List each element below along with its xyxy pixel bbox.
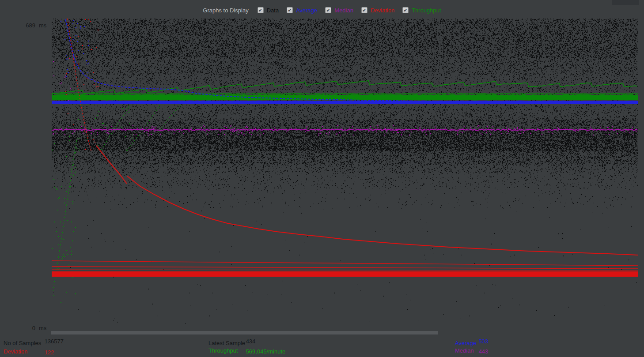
latest-sample-label: Latest Sample [208, 340, 244, 346]
average-value: 503 [479, 338, 489, 345]
graphs-to-display-bar: Graphs to Display ✔ Data ✔ Average ✔ Med… [0, 5, 644, 15]
throughput-value: 569,045/minute [246, 348, 286, 355]
no-of-samples-value: 136577 [45, 338, 64, 345]
checkbox-group-median[interactable]: ✔ Median [325, 7, 353, 14]
y-axis-unit: ms [39, 325, 46, 331]
stat-row-no-of-samples: No of Samples 136577 [4, 340, 64, 346]
stat-row-median: Median 443 [455, 347, 488, 354]
y-axis-unit: ms [39, 22, 46, 29]
throughput-checkbox-label: Throughput [412, 7, 441, 14]
average-checkbox[interactable]: ✔ [287, 7, 293, 13]
check-icon: ✔ [326, 8, 330, 12]
average-label: Average [455, 340, 477, 346]
check-icon: ✔ [258, 8, 262, 12]
y-axis-min-value: 0 [18, 325, 35, 331]
median-checkbox[interactable]: ✔ [325, 7, 331, 13]
stat-row-deviation: Deviation 122 [4, 348, 54, 355]
median-label: Median [455, 347, 477, 354]
no-of-samples-label: No of Samples [4, 340, 43, 346]
data-checkbox[interactable]: ✔ [258, 7, 264, 13]
stat-row-latest-sample: Latest Sample 434 [208, 340, 255, 346]
results-plot-canvas [52, 19, 638, 324]
y-axis-min-label: 0 ms [18, 325, 49, 331]
deviation-value: 122 [45, 349, 54, 356]
y-axis-max-label: 689 ms [18, 22, 49, 29]
latest-sample-value: 434 [246, 338, 256, 345]
checkbox-group-data[interactable]: ✔ Data [258, 7, 279, 14]
check-icon: ✔ [362, 8, 366, 12]
graphs-to-display-label: Graphs to Display [203, 7, 248, 14]
stat-row-throughput: Throughput 569,045/minute [208, 347, 285, 354]
stat-row-average: Average 503 [455, 340, 488, 346]
deviation-checkbox-label: Deviation [371, 7, 394, 14]
throughput-checkbox[interactable]: ✔ [402, 7, 409, 13]
check-icon: ✔ [288, 8, 292, 12]
top-right-scrollbar-strip [612, 0, 639, 5]
deviation-label: Deviation [4, 348, 43, 355]
checkbox-group-average[interactable]: ✔ Average [287, 7, 317, 14]
median-checkbox-label: Median [334, 7, 353, 14]
check-icon: ✔ [404, 8, 408, 12]
y-axis-max-value: 689 [18, 22, 35, 29]
deviation-checkbox[interactable]: ✔ [361, 7, 367, 13]
graph-plot-area [52, 19, 638, 324]
checkbox-group-throughput[interactable]: ✔ Throughput [402, 7, 441, 14]
checkbox-group-deviation[interactable]: ✔ Deviation [361, 7, 394, 14]
median-value: 443 [479, 348, 489, 355]
throughput-label: Throughput [208, 347, 244, 354]
average-checkbox-label: Average [296, 7, 317, 14]
data-checkbox-label: Data [267, 7, 279, 14]
horizontal-scrollbar-thumb[interactable] [51, 331, 438, 334]
